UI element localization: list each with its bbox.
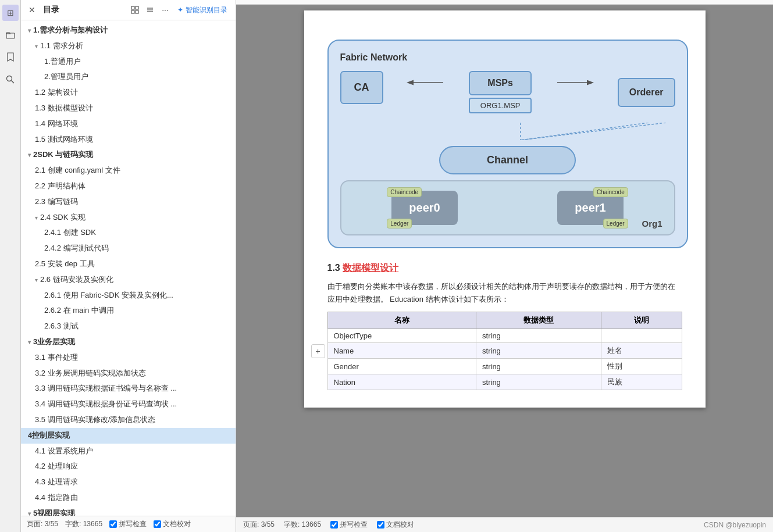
- doc-review-status-cb[interactable]: [377, 521, 384, 529]
- toc-list: ▾1.需求分析与架构设计▾1.1 需求分析1.普通用户2.管理员用户1.2 架构…: [21, 20, 236, 516]
- svg-rect-4: [136, 6, 138, 9]
- toc-item-label: 2.6.1 使用 Fabric-SDK 安装及实例化...: [44, 291, 173, 299]
- toc-item[interactable]: 4控制层实现: [21, 428, 236, 444]
- orderer-box: Orderer: [618, 78, 675, 107]
- toc-item-label: 3.2 业务层调用链码实现添加状态: [35, 369, 146, 377]
- org1msp-box: ORG1.MSP: [469, 98, 532, 113]
- table-cell: ObjectType: [327, 329, 476, 343]
- toc-item[interactable]: 3.3 调用链码实现根据证书编号与名称查 ...: [21, 381, 236, 397]
- toc-item-label: 2.1 创建 config.yaml 文件: [35, 166, 120, 174]
- toc-item-label: 2.6.2 在 main 中调用: [44, 306, 114, 315]
- toc-item-label: 2.4.2 编写测试代码: [44, 244, 109, 252]
- folder-icon[interactable]: [2, 27, 19, 43]
- spell-check-checkbox[interactable]: [109, 520, 117, 528]
- more-icon[interactable]: ···: [159, 3, 172, 16]
- connector-area: [340, 123, 675, 140]
- bookmark-icon[interactable]: [2, 49, 19, 65]
- doc-review-checkbox[interactable]: [154, 520, 161, 528]
- section-body-text: 由于糟要向分类账本中读存数据，所以必须设计相关的结构体用于声明要读存的数据结构，…: [327, 282, 675, 304]
- toc-item[interactable]: 3.4 调用链码实现根据身份证号码查询状 ...: [21, 397, 236, 412]
- ai-star-icon: ✦: [177, 6, 183, 14]
- toc-item[interactable]: 2.4.2 编写测试代码: [21, 241, 236, 256]
- toc-item[interactable]: 2.6.2 在 main 中调用: [21, 303, 236, 319]
- table-cell: Gender: [327, 359, 476, 374]
- toc-item[interactable]: 1.3 数据模型设计: [21, 101, 236, 116]
- toc-item[interactable]: 2.3 编写链码: [21, 194, 236, 210]
- doc-review-text: 文档校对: [163, 519, 191, 529]
- toc-item-label: 3.3 调用链码实现根据证书编号与名称查 ...: [35, 384, 177, 392]
- toc-item-label: 2.4 SDK 实现: [40, 213, 86, 222]
- table-row: ObjectTypestring: [327, 329, 682, 343]
- toc-item[interactable]: 2.6.3 测试: [21, 319, 236, 334]
- toc-item-label: 5视图层实现: [33, 509, 75, 516]
- toc-item[interactable]: 3.1 事件处理: [21, 350, 236, 366]
- toc-item[interactable]: 2.6.1 使用 Fabric-SDK 安装及实例化...: [21, 288, 236, 304]
- toc-item[interactable]: 3.2 业务层调用链码实现添加状态: [21, 366, 236, 381]
- toc-item[interactable]: 4.3 处理请求: [21, 474, 236, 490]
- table-row: Genderstring性别: [327, 359, 682, 374]
- collapse-icon[interactable]: [144, 3, 156, 16]
- toc-item-label: 2.6.3 测试: [44, 322, 79, 330]
- chaincode0-badge: Chaincode: [387, 187, 422, 197]
- spell-check-status[interactable]: 拼写检查: [330, 520, 368, 530]
- peer1-group: Chaincode peer1 Ledger: [557, 191, 623, 225]
- svg-point-1: [7, 76, 12, 81]
- toc-item[interactable]: 1.普通用户: [21, 54, 236, 70]
- toc-item[interactable]: ▾2SDK 与链码实现: [21, 147, 236, 163]
- sidebar-title: 目录: [43, 5, 126, 15]
- toc-item[interactable]: ▾2.6 链码安装及实例化: [21, 272, 236, 288]
- ai-btn-label: 智能识别目录: [186, 5, 227, 15]
- toc-item[interactable]: 1.5 测试网络环境: [21, 132, 236, 148]
- toc-item-label: 1.1 需求分析: [40, 41, 83, 50]
- table-cell: 性别: [601, 359, 682, 374]
- svg-rect-3: [131, 6, 134, 9]
- toc-item[interactable]: 4.4 指定路由: [21, 490, 236, 506]
- ai-toc-button[interactable]: ✦ 智能识别目录: [174, 4, 231, 16]
- toc-item-label: 3.1 事件处理: [35, 353, 78, 362]
- toc-item[interactable]: ▾2.4 SDK 实现: [21, 210, 236, 226]
- spell-check-label[interactable]: 拼写检查: [109, 519, 147, 529]
- toc-item[interactable]: 2.5 安装 dep 工具: [21, 256, 236, 272]
- toc-item[interactable]: 3.5 调用链码实现修改/添加信息状态: [21, 412, 236, 428]
- doc-review-label[interactable]: 文档校对: [154, 519, 191, 529]
- toc-item-label: 1.3 数据模型设计: [35, 103, 93, 112]
- toc-item[interactable]: 2.管理员用户: [21, 69, 236, 85]
- table-row: Nationstring民族: [327, 374, 682, 390]
- table-cell: string: [476, 343, 601, 359]
- toc-item[interactable]: 2.2 声明结构体: [21, 178, 236, 194]
- section-body: 由于糟要向分类账本中读存数据，所以必须设计相关的结构体用于声明要读存的数据结构，…: [327, 280, 682, 306]
- close-sidebar-icon[interactable]: ✕: [26, 3, 38, 16]
- toc-item[interactable]: ▾5视图层实现: [21, 506, 236, 516]
- spell-check-status-cb[interactable]: [330, 521, 338, 529]
- data-table: 名称 数据类型 说明 ObjectTypestringNamestring姓名G…: [327, 312, 682, 390]
- toc-item[interactable]: 2.1 创建 config.yaml 文件: [21, 163, 236, 178]
- doc-review-status[interactable]: 文档校对: [377, 520, 414, 530]
- toc-item[interactable]: ▾3业务层实现: [21, 334, 236, 350]
- expand-all-icon[interactable]: [129, 3, 141, 16]
- pdf-viewer[interactable]: Fabric Network CA MSPs ORG1.MSP: [236, 5, 773, 517]
- char-count: 字数: 13665: [65, 519, 102, 529]
- org1-container: Chaincode peer0 Ledger Chaincode peer1 L…: [340, 180, 675, 235]
- table-cell: Nation: [327, 374, 476, 390]
- peer0-box: Chaincode peer0 Ledger: [391, 191, 457, 225]
- toc-item[interactable]: 1.4 网络环境: [21, 116, 236, 132]
- toc-item[interactable]: ▾1.需求分析与架构设计: [21, 23, 236, 38]
- spell-check-status-text: 拼写检查: [340, 520, 368, 530]
- ledger0-badge: Ledger: [387, 219, 412, 228]
- toc-item-label: 2.管理员用户: [44, 72, 88, 81]
- search-icon[interactable]: [2, 71, 19, 87]
- fabric-top-row: CA MSPs ORG1.MSP: [340, 71, 675, 113]
- channel-row: Channel: [340, 146, 675, 174]
- page-icon[interactable]: ⊞: [2, 5, 19, 21]
- toc-item-label: 4控制层实现: [28, 431, 70, 440]
- toc-item-label: 1.2 架构设计: [35, 88, 78, 97]
- toc-item[interactable]: 4.2 处理响应: [21, 459, 236, 474]
- msps-box: MSPs: [469, 71, 532, 95]
- toc-item[interactable]: 2.4.1 创建 SDK: [21, 225, 236, 241]
- char-info: 字数: 13665: [284, 520, 321, 530]
- table-area: + 名称 数据类型 说明 ObjectTypestringNamestring姓…: [327, 312, 682, 390]
- toc-item[interactable]: 1.2 架构设计: [21, 85, 236, 101]
- toc-item[interactable]: ▾1.1 需求分析: [21, 38, 236, 54]
- zoom-btn[interactable]: +: [311, 344, 325, 358]
- toc-item[interactable]: 4.1 设置系统用户: [21, 444, 236, 459]
